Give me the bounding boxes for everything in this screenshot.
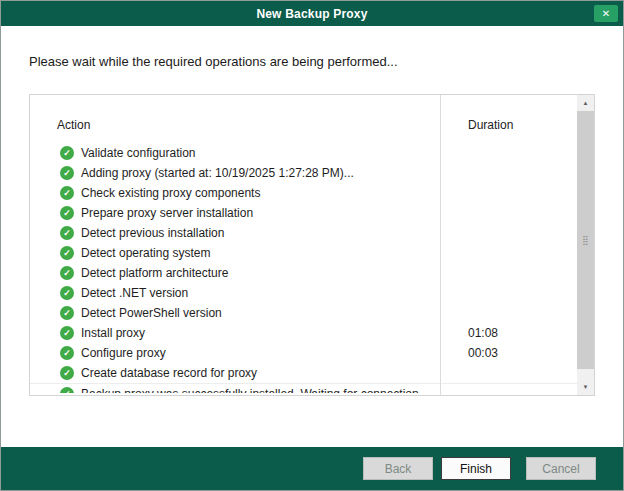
new-backup-proxy-dialog: New Backup Proxy ✕ Please wait while the… (0, 0, 624, 491)
action-label: Validate configuration (81, 146, 196, 160)
table-row[interactable]: ✓Backup proxy was successfully installed… (30, 383, 577, 393)
scroll-down-icon: ▼ (583, 384, 589, 390)
table-row[interactable]: ✓Detect PowerShell version (30, 303, 577, 323)
action-cell: ✓Configure proxy (30, 346, 441, 360)
column-separator (440, 95, 441, 395)
check-icon: ✓ (60, 266, 74, 280)
check-icon: ✓ (60, 186, 74, 200)
check-icon: ✓ (60, 286, 74, 300)
table-row[interactable]: ✓Detect platform architecture (30, 263, 577, 283)
close-button[interactable]: ✕ (594, 5, 618, 22)
operations-list: Action Duration ✓Validate configuration✓… (29, 94, 595, 396)
check-icon: ✓ (60, 346, 74, 360)
duration-value: 01:08 (441, 326, 577, 340)
operations-list-content: Action Duration ✓Validate configuration✓… (30, 95, 577, 395)
check-icon: ✓ (60, 387, 74, 393)
action-cell: ✓Validate configuration (30, 146, 441, 160)
vertical-scrollbar[interactable]: ▲ ⣿ ▼ (577, 95, 594, 395)
action-label: Create database record for proxy (81, 366, 257, 380)
check-icon: ✓ (60, 326, 74, 340)
page-heading: Please wait while the required operation… (29, 54, 595, 69)
table-row[interactable]: ✓Check existing proxy components (30, 183, 577, 203)
close-icon: ✕ (602, 8, 610, 19)
action-cell: ✓Check existing proxy components (30, 186, 441, 200)
action-cell: ✓Adding proxy (started at: 10/19/2025 1:… (30, 166, 441, 180)
scrollbar-thumb[interactable]: ⣿ (577, 111, 594, 369)
action-label: Detect .NET version (81, 286, 188, 300)
operations-rows: ✓Validate configuration✓Adding proxy (st… (30, 143, 577, 393)
scroll-down-button[interactable]: ▼ (577, 379, 594, 395)
window-title: New Backup Proxy (1, 7, 623, 21)
list-header: Action Duration (30, 95, 577, 143)
action-label: Configure proxy (81, 346, 166, 360)
table-row[interactable]: ✓Validate configuration (30, 143, 577, 163)
scroll-up-icon: ▲ (583, 100, 589, 106)
action-label: Adding proxy (started at: 10/19/2025 1:2… (81, 166, 354, 180)
back-button[interactable]: Back (363, 457, 433, 480)
finish-button[interactable]: Finish (441, 457, 511, 480)
check-icon: ✓ (60, 246, 74, 260)
action-cell: ✓Backup proxy was successfully installed… (30, 387, 441, 393)
action-label: Check existing proxy components (81, 186, 260, 200)
action-cell: ✓Create database record for proxy (30, 366, 441, 380)
action-cell: ✓Detect .NET version (30, 286, 441, 300)
scroll-up-button[interactable]: ▲ (577, 95, 594, 111)
action-cell: ✓Detect operating system (30, 246, 441, 260)
check-icon: ✓ (60, 226, 74, 240)
action-label: Detect PowerShell version (81, 306, 222, 320)
table-row[interactable]: ✓Prepare proxy server installation (30, 203, 577, 223)
check-icon: ✓ (60, 146, 74, 160)
check-icon: ✓ (60, 366, 74, 380)
table-row[interactable]: ✓Detect previous installation (30, 223, 577, 243)
action-cell: ✓Detect platform architecture (30, 266, 441, 280)
check-icon: ✓ (60, 166, 74, 180)
table-row[interactable]: ✓Adding proxy (started at: 10/19/2025 1:… (30, 163, 577, 183)
table-row[interactable]: ✓Create database record for proxy (30, 363, 577, 383)
table-row[interactable]: ✓Install proxy01:08 (30, 323, 577, 343)
titlebar: New Backup Proxy ✕ (1, 1, 623, 26)
table-row[interactable]: ✓Configure proxy00:03 (30, 343, 577, 363)
action-cell: ✓Install proxy (30, 326, 441, 340)
table-row[interactable]: ✓Detect operating system (30, 243, 577, 263)
action-label: Detect operating system (81, 246, 210, 260)
action-label: Prepare proxy server installation (81, 206, 253, 220)
column-header-action: Action (30, 118, 441, 132)
check-icon: ✓ (60, 206, 74, 220)
action-cell: ✓Prepare proxy server installation (30, 206, 441, 220)
check-icon: ✓ (60, 306, 74, 320)
action-label: Detect previous installation (81, 226, 224, 240)
action-cell: ✓Detect previous installation (30, 226, 441, 240)
column-header-duration: Duration (441, 118, 577, 132)
scrollbar-grip-icon: ⣿ (582, 236, 589, 245)
table-row[interactable]: ✓Detect .NET version (30, 283, 577, 303)
action-label: Install proxy (81, 326, 145, 340)
cancel-button[interactable]: Cancel (526, 457, 596, 480)
action-cell: ✓Detect PowerShell version (30, 306, 441, 320)
footer-bar: Back Finish Cancel (1, 447, 623, 490)
action-label: Detect platform architecture (81, 266, 228, 280)
action-label: Backup proxy was successfully installed.… (81, 387, 419, 393)
duration-value: 00:03 (441, 346, 577, 360)
